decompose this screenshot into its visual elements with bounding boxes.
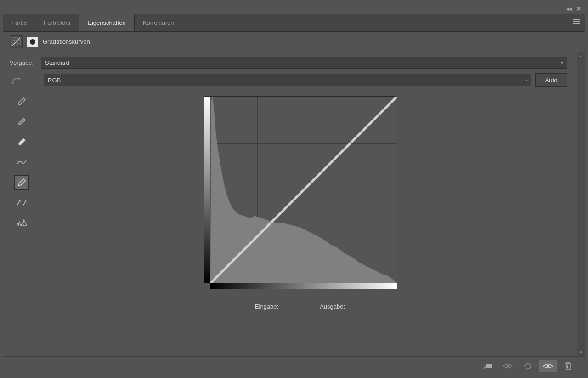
channel-select[interactable]: RGB ▾ xyxy=(44,74,531,86)
preset-value: Standard xyxy=(45,59,69,66)
close-icon[interactable]: ✕ xyxy=(577,6,581,12)
properties-panel: ◂◂ ✕ Farbe Farbfelder Eigenschaften Korr… xyxy=(3,3,585,375)
x-gradient-bar xyxy=(210,282,397,289)
reset-icon[interactable] xyxy=(519,360,537,372)
input-output-readout: Eingabe: Ausgabe: xyxy=(255,303,345,310)
panel-menu-icon[interactable] xyxy=(573,19,580,24)
curve-edit-points-icon[interactable] xyxy=(14,155,29,170)
output-label: Ausgabe: xyxy=(320,303,345,310)
panel-titlebar: ◂◂ ✕ xyxy=(3,3,585,14)
eyedropper-white-icon[interactable] xyxy=(14,135,29,149)
channel-value: RGB xyxy=(48,77,61,84)
preset-label: Vorgabe: xyxy=(10,59,37,66)
curves-graph[interactable] xyxy=(204,96,396,289)
svg-point-9 xyxy=(23,224,24,225)
channel-row: RGB ▾ Auto xyxy=(10,73,567,87)
eyedropper-black-icon[interactable] xyxy=(14,94,29,109)
vertical-scrollbar[interactable]: ▴ ▾ xyxy=(577,52,585,356)
tab-korrekturen[interactable]: Korrekturen xyxy=(135,14,182,31)
scroll-down-icon[interactable]: ▾ xyxy=(577,348,585,356)
panel-tabs: Farbe Farbfelder Eigenschaften Korrektur… xyxy=(3,14,585,32)
preset-row: Vorgabe: Standard ▾ xyxy=(10,57,567,69)
svg-point-13 xyxy=(547,365,549,367)
svg-point-12 xyxy=(507,365,509,367)
preset-select[interactable]: Standard ▾ xyxy=(41,57,567,69)
panel-content: Vorgabe: Standard ▾ RGB ▾ Auto xyxy=(3,52,585,356)
toggle-visibility-icon[interactable] xyxy=(539,360,557,372)
adjustment-title: Gradationskurven xyxy=(43,38,90,45)
adjustment-header: Gradationskurven xyxy=(3,32,585,52)
clip-to-layer-icon[interactable] xyxy=(478,360,497,372)
auto-button[interactable]: Auto xyxy=(535,73,567,87)
eyedropper-gray-icon[interactable] xyxy=(14,115,29,129)
curves-tools xyxy=(10,92,31,352)
svg-line-10 xyxy=(210,97,397,283)
svg-rect-11 xyxy=(486,364,492,368)
input-label: Eingabe: xyxy=(255,303,278,310)
panel-footer xyxy=(3,356,585,375)
curve-line xyxy=(210,97,397,283)
chevron-down-icon: ▾ xyxy=(561,60,563,65)
scroll-up-icon[interactable]: ▴ xyxy=(577,52,585,60)
curves-plot[interactable] xyxy=(210,97,397,283)
chevron-down-icon: ▾ xyxy=(525,78,527,83)
y-gradient-bar xyxy=(204,97,210,283)
tab-farbfelder[interactable]: Farbfelder xyxy=(35,14,79,31)
tab-eigenschaften[interactable]: Eigenschaften xyxy=(79,14,134,31)
curve-draw-pencil-icon[interactable] xyxy=(14,175,29,190)
view-previous-icon[interactable] xyxy=(498,360,517,372)
delete-icon[interactable] xyxy=(559,360,577,372)
smooth-curve-icon[interactable] xyxy=(14,195,29,210)
target-adjust-icon[interactable] xyxy=(10,74,23,86)
curves-adjustment-icon xyxy=(10,35,23,48)
clip-warning-icon[interactable] xyxy=(14,216,29,230)
tab-farbe[interactable]: Farbe xyxy=(3,14,35,31)
layer-mask-thumb[interactable] xyxy=(27,37,38,47)
collapse-icon[interactable]: ◂◂ xyxy=(566,6,572,12)
